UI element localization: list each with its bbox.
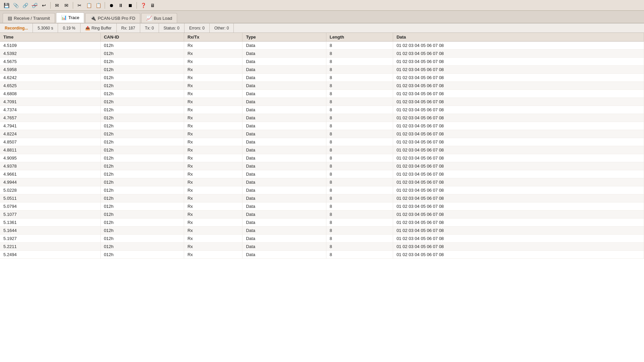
table-cell-rxtx: Rx: [184, 186, 243, 194]
link-icon[interactable]: 📎: [12, 2, 19, 9]
table-cell-rxtx: Rx: [184, 146, 243, 154]
table-cell-type: Data: [243, 114, 326, 122]
table-row[interactable]: 4.6808012hRxData801 02 03 04 05 06 07 08: [0, 90, 644, 98]
disconnect-icon[interactable]: 🔗: [31, 2, 38, 9]
mail2-icon[interactable]: ✉: [63, 2, 70, 9]
table-row[interactable]: 5.1077012hRxData801 02 03 04 05 06 07 08: [0, 210, 644, 219]
table-row[interactable]: 4.6525012hRxData801 02 03 04 05 06 07 08: [0, 82, 644, 90]
tab-receive-transmit[interactable]: ▤ Receive / Transmit: [3, 13, 55, 23]
table-row[interactable]: 5.0228012hRxData801 02 03 04 05 06 07 08: [0, 186, 644, 194]
table-cell-rxtx: Rx: [184, 42, 243, 50]
table-cell-canid: 012h: [100, 66, 184, 74]
mail-icon[interactable]: ✉: [53, 2, 61, 9]
table-cell-type: Data: [243, 243, 326, 251]
back-icon[interactable]: ↩: [40, 2, 48, 9]
table-row[interactable]: 4.5109012hRxData801 02 03 04 05 06 07 08: [0, 42, 644, 50]
table-cell-data: 01 02 03 04 05 06 07 08: [393, 210, 644, 219]
cut-icon[interactable]: ✂: [76, 2, 83, 9]
table-cell-canid: 012h: [100, 178, 184, 186]
table-cell-canid: 012h: [100, 58, 184, 66]
table-cell-time: 4.9378: [0, 162, 100, 170]
connect-icon[interactable]: 🔗: [21, 2, 29, 9]
table-row[interactable]: 4.9661012hRxData801 02 03 04 05 06 07 08: [0, 170, 644, 178]
table-row[interactable]: 4.5392012hRxData801 02 03 04 05 06 07 08: [0, 50, 644, 58]
table-cell-rxtx: Rx: [184, 90, 243, 98]
table-cell-rxtx: Rx: [184, 98, 243, 106]
table-row[interactable]: 4.7941012hRxData801 02 03 04 05 06 07 08: [0, 122, 644, 130]
table-cell-length: 8: [326, 162, 393, 170]
col-header-time: Time: [0, 33, 100, 42]
table-row[interactable]: 4.8507012hRxData801 02 03 04 05 06 07 08: [0, 138, 644, 146]
trace-table-body: 4.5109012hRxData801 02 03 04 05 06 07 08…: [0, 42, 644, 259]
table-header-row: Time CAN-ID Rx/Tx Type Length Data: [0, 33, 644, 42]
table-cell-data: 01 02 03 04 05 06 07 08: [393, 50, 644, 58]
table-cell-time: 4.7374: [0, 106, 100, 114]
table-cell-rxtx: Rx: [184, 58, 243, 66]
tab-trace[interactable]: 📊 Trace: [56, 12, 85, 23]
table-cell-type: Data: [243, 162, 326, 170]
stop-icon[interactable]: ⏹: [126, 2, 134, 9]
table-row[interactable]: 4.5675012hRxData801 02 03 04 05 06 07 08: [0, 58, 644, 66]
table-row[interactable]: 5.1644012hRxData801 02 03 04 05 06 07 08: [0, 227, 644, 235]
table-cell-rxtx: Rx: [184, 154, 243, 162]
table-row[interactable]: 4.9095012hRxData801 02 03 04 05 06 07 08: [0, 154, 644, 162]
table-cell-length: 8: [326, 114, 393, 122]
receive-transmit-icon: ▤: [8, 15, 12, 21]
table-cell-canid: 012h: [100, 74, 184, 82]
table-row[interactable]: 4.5958012hRxData801 02 03 04 05 06 07 08: [0, 66, 644, 74]
table-row[interactable]: 5.0794012hRxData801 02 03 04 05 06 07 08: [0, 202, 644, 210]
table-cell-time: 4.9944: [0, 178, 100, 186]
table-row[interactable]: 4.7657012hRxData801 02 03 04 05 06 07 08: [0, 114, 644, 122]
tab-bus-load[interactable]: 📈 Bus Load: [141, 13, 177, 23]
table-cell-time: 5.1927: [0, 235, 100, 243]
toolbar-separator-4: [137, 2, 137, 9]
table-cell-time: 5.2494: [0, 251, 100, 259]
table-cell-canid: 012h: [100, 106, 184, 114]
table-row[interactable]: 5.0511012hRxData801 02 03 04 05 06 07 08: [0, 194, 644, 202]
table-cell-time: 4.5675: [0, 58, 100, 66]
trace-icon: 📊: [61, 15, 67, 20]
table-cell-time: 4.7657: [0, 114, 100, 122]
record-icon[interactable]: ⏺: [108, 2, 115, 9]
table-cell-canid: 012h: [100, 210, 184, 219]
paste-icon[interactable]: 📋: [95, 2, 102, 9]
table-row[interactable]: 4.8811012hRxData801 02 03 04 05 06 07 08: [0, 146, 644, 154]
copy-icon[interactable]: 📋: [85, 2, 93, 9]
table-cell-rxtx: Rx: [184, 66, 243, 74]
table-cell-length: 8: [326, 235, 393, 243]
table-cell-length: 8: [326, 186, 393, 194]
pause-icon[interactable]: ⏸: [117, 2, 124, 9]
table-cell-length: 8: [326, 50, 393, 58]
table-cell-time: 4.8224: [0, 130, 100, 138]
table-cell-type: Data: [243, 251, 326, 259]
table-cell-length: 8: [326, 227, 393, 235]
table-cell-type: Data: [243, 82, 326, 90]
table-row[interactable]: 4.8224012hRxData801 02 03 04 05 06 07 08: [0, 130, 644, 138]
table-row[interactable]: 4.6242012hRxData801 02 03 04 05 06 07 08: [0, 74, 644, 82]
monitor-icon[interactable]: 🖥: [149, 2, 156, 9]
table-cell-length: 8: [326, 243, 393, 251]
help-icon[interactable]: ❓: [140, 2, 147, 9]
table-cell-canid: 012h: [100, 42, 184, 50]
table-row[interactable]: 5.2494012hRxData801 02 03 04 05 06 07 08: [0, 251, 644, 259]
table-cell-rxtx: Rx: [184, 194, 243, 202]
save-icon[interactable]: 💾: [3, 2, 10, 9]
tab-pcan-usb[interactable]: 🔌 PCAN-USB Pro FD: [85, 13, 140, 23]
table-cell-time: 5.1361: [0, 219, 100, 227]
table-cell-type: Data: [243, 106, 326, 114]
table-row[interactable]: 4.7091012hRxData801 02 03 04 05 06 07 08: [0, 98, 644, 106]
table-row[interactable]: 5.1361012hRxData801 02 03 04 05 06 07 08: [0, 219, 644, 227]
table-row[interactable]: 5.1927012hRxData801 02 03 04 05 06 07 08: [0, 235, 644, 243]
table-row[interactable]: 4.7374012hRxData801 02 03 04 05 06 07 08: [0, 106, 644, 114]
table-cell-canid: 012h: [100, 114, 184, 122]
table-cell-data: 01 02 03 04 05 06 07 08: [393, 114, 644, 122]
table-cell-time: 4.6242: [0, 74, 100, 82]
table-row[interactable]: 5.2211012hRxData801 02 03 04 05 06 07 08: [0, 243, 644, 251]
table-cell-time: 5.1644: [0, 227, 100, 235]
table-cell-type: Data: [243, 122, 326, 130]
table-row[interactable]: 4.9944012hRxData801 02 03 04 05 06 07 08: [0, 178, 644, 186]
table-cell-data: 01 02 03 04 05 06 07 08: [393, 202, 644, 210]
table-cell-type: Data: [243, 154, 326, 162]
table-cell-length: 8: [326, 66, 393, 74]
table-row[interactable]: 4.9378012hRxData801 02 03 04 05 06 07 08: [0, 162, 644, 170]
